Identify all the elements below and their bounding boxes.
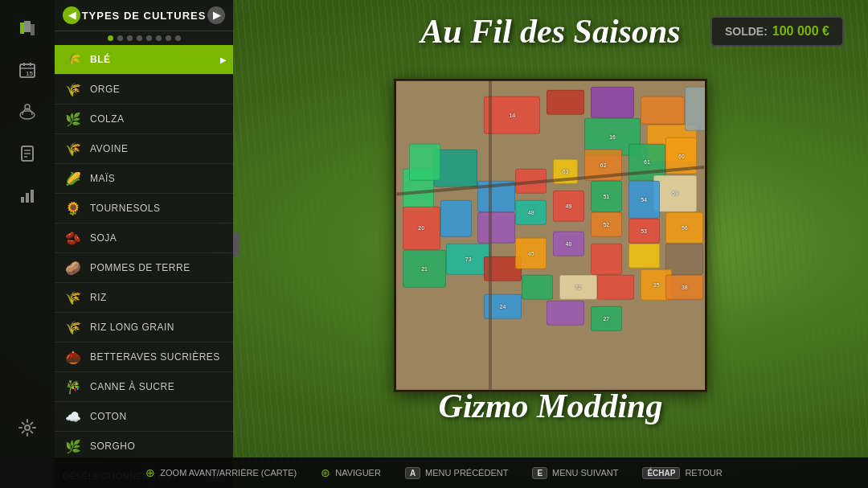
map-container[interactable]: 1416666362616059562048495154525321734540…	[394, 78, 707, 392]
crop-icon-coton: ☁️	[63, 406, 84, 427]
crop-label-colza: COLZA	[90, 113, 125, 125]
map-field-26[interactable]: 21	[403, 250, 447, 288]
main-subtitle: Gizmo Modding	[439, 387, 663, 425]
page-dot-0	[108, 35, 113, 41]
crop-item-canne-a-sucre[interactable]: 🎋CANNE À SUCRE	[55, 372, 233, 402]
bottom-key-2: A	[405, 467, 420, 479]
crop-label-avoine: AVOINE	[90, 143, 128, 154]
svg-rect-15	[26, 193, 29, 203]
bottom-key-4: ÉCHAP	[642, 467, 680, 479]
bottom-item-4: ÉCHAPRETOUR	[642, 467, 722, 479]
bottom-bar: ⊕ZOOM AVANT/ARRIÈRE (CARTE)⊛NAVIGUERAMEN…	[0, 457, 868, 488]
map-road-vertical	[489, 80, 492, 389]
crop-arrow-ble: ▶	[220, 55, 227, 64]
crop-label-riz: RIZ	[90, 292, 107, 303]
map-field-6[interactable]: 66	[685, 87, 707, 131]
bottom-icon-1: ⊛	[321, 466, 330, 479]
svg-rect-1	[24, 21, 31, 32]
page-dot-3	[137, 35, 142, 41]
crop-icon-mais: 🌽	[63, 168, 84, 189]
crop-label-pommes-de-terre: POMMES DE TERRE	[90, 262, 190, 273]
map-field-29[interactable]: 45	[515, 237, 547, 269]
balance-badge: SOLDE: 100 000 €	[710, 16, 844, 47]
crop-icon-riz: 🌾	[63, 287, 84, 308]
bottom-text-3: MENU SUIVANT	[552, 468, 618, 478]
crop-item-colza[interactable]: 🌿COLZA	[55, 105, 233, 134]
crop-item-mais[interactable]: 🌽MAÏS	[55, 164, 233, 194]
map-field-30[interactable]: 40	[553, 231, 584, 256]
crop-item-riz-long-grain[interactable]: 🌾RIZ LONG GRAIN	[55, 313, 233, 342]
map-field-24[interactable]: 52	[591, 212, 622, 237]
scroll-indicator	[233, 232, 240, 256]
map-field-31[interactable]	[591, 244, 622, 275]
map-field-35[interactable]	[522, 275, 553, 300]
map-field-40[interactable]	[547, 300, 584, 325]
map-field-36[interactable]: 72	[559, 275, 597, 300]
crop-item-pommes-de-terre[interactable]: 🥔POMMES DE TERRE	[55, 253, 233, 283]
map-field-23[interactable]: 54	[628, 181, 660, 219]
main-content: Au Fil des Saisons SOLDE: 100 000 € 1416…	[233, 0, 868, 457]
nav-icon-stats[interactable]	[7, 175, 47, 215]
svg-text:15: 15	[26, 70, 33, 77]
map-field-22[interactable]: 51	[591, 181, 622, 212]
crop-item-coton[interactable]: ☁️COTON	[55, 402, 233, 432]
bottom-text-1: NAVIGUER	[335, 468, 381, 478]
map-field-19[interactable]	[477, 212, 515, 244]
map-field-7[interactable]	[434, 150, 478, 187]
page-dot-7	[175, 35, 181, 41]
map-field-2[interactable]	[591, 87, 635, 118]
crop-icon-avoine: 🌾	[63, 138, 84, 159]
map-field-39[interactable]: 38	[665, 275, 703, 300]
map-field-1[interactable]	[547, 90, 584, 115]
crop-item-orge[interactable]: 🌾ORGE	[55, 75, 233, 105]
crop-icon-pommes-de-terre: 🥔	[63, 257, 84, 278]
nav-icon-calendar[interactable]: 15	[7, 50, 47, 90]
crop-item-avoine[interactable]: 🌾AVOINE	[55, 134, 233, 164]
map-field-32[interactable]	[628, 244, 660, 269]
sidebar-title: TYPES DE CULTURES	[80, 10, 207, 22]
crop-icon-canne-a-sucre: 🎋	[63, 376, 84, 397]
prev-culture-button[interactable]: ◀	[63, 6, 80, 24]
map-field-21[interactable]: 49	[553, 191, 584, 222]
crop-icon-tournesols: 🌻	[63, 198, 84, 219]
map-field-18[interactable]	[440, 199, 472, 237]
map-field-0[interactable]: 14	[484, 96, 540, 134]
map-field-42[interactable]	[409, 143, 440, 181]
crop-icon-colza: 🌿	[63, 109, 84, 129]
page-dot-6	[166, 35, 171, 41]
crop-item-betteraves[interactable]: 🌰BETTERAVES SUCRIÈRES	[55, 342, 233, 372]
map-field-15[interactable]: 59	[653, 174, 698, 212]
crop-label-canne-a-sucre: CANNE À SUCRE	[90, 381, 174, 392]
map-field-25[interactable]: 53	[628, 219, 660, 244]
crop-label-ble: BLÉ	[90, 54, 111, 65]
crop-item-tournesols[interactable]: 🌻TOURNESOLS	[55, 194, 233, 223]
nav-icon-map[interactable]	[7, 8, 47, 48]
bottom-item-2: AMENU PRÉCÉDENT	[405, 467, 509, 479]
page-dot-2	[127, 35, 133, 41]
svg-point-17	[25, 425, 30, 430]
crop-label-riz-long-grain: RIZ LONG GRAIN	[90, 322, 174, 333]
sidebar: ◀ TYPES DE CULTURES ▶ 🌾BLÉ▶🌾ORGE🌿COLZA🌾A…	[55, 0, 233, 488]
page-dot-4	[146, 35, 152, 41]
map-field-41[interactable]: 27	[591, 306, 622, 331]
map-field-37[interactable]	[597, 275, 635, 300]
map-field-20[interactable]: 48	[515, 199, 547, 224]
map-inner: 1416666362616059562048495154525321734540…	[396, 80, 705, 389]
left-nav: 15	[0, 0, 55, 488]
bottom-item-3: EMENU SUIVANT	[532, 467, 618, 479]
map-field-17[interactable]: 20	[403, 206, 440, 250]
svg-rect-0	[20, 23, 24, 34]
crop-item-riz[interactable]: 🌾RIZ	[55, 283, 233, 313]
crop-item-ble[interactable]: 🌾BLÉ▶	[55, 45, 233, 75]
nav-icon-farm[interactable]	[7, 92, 47, 132]
crop-item-soja[interactable]: 🫘SOJA	[55, 223, 233, 253]
balance-label: SOLDE:	[725, 25, 768, 38]
balance-value: 100 000 €	[772, 24, 829, 39]
bottom-item-0: ⊕ZOOM AVANT/ARRIÈRE (CARTE)	[145, 466, 297, 479]
nav-icon-contracts[interactable]	[7, 133, 47, 174]
map-field-3[interactable]	[641, 96, 685, 125]
nav-icon-settings[interactable]	[7, 408, 47, 448]
next-culture-button[interactable]: ▶	[207, 6, 225, 24]
crop-icon-betteraves: 🌰	[63, 347, 84, 367]
map-field-16[interactable]: 56	[665, 212, 703, 244]
